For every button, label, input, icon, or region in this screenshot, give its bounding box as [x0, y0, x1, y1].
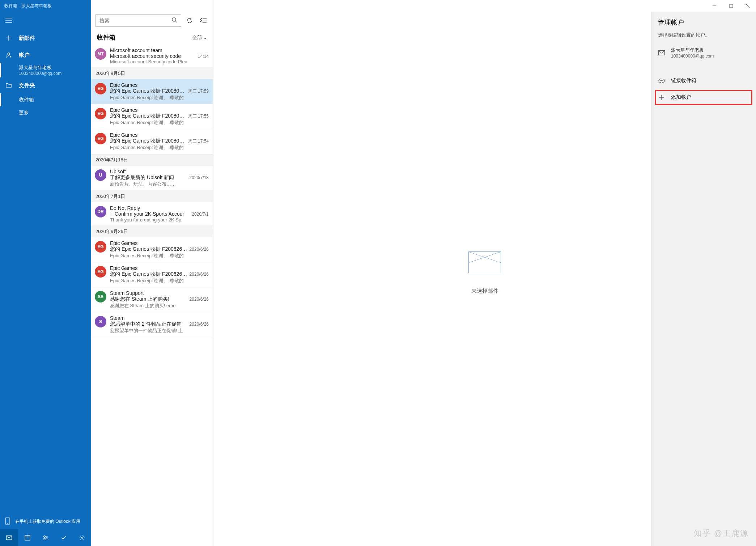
search-box[interactable]: [95, 14, 181, 27]
person-icon: [5, 52, 12, 58]
svg-point-15: [81, 537, 83, 538]
filter-dropdown[interactable]: 全部 ⌄: [192, 34, 207, 41]
folder-icon: [5, 83, 12, 88]
email-sender: Epic Games: [110, 240, 137, 246]
email-time: 2020/6/26: [190, 297, 209, 302]
envelope-icon: [468, 251, 501, 273]
email-time: 14:14: [198, 54, 209, 59]
avatar: S: [95, 316, 106, 327]
avatar: EG: [95, 133, 106, 144]
email-subject: 〉Confirm your 2K Sports Accour: [110, 211, 184, 217]
svg-point-5: [8, 53, 10, 55]
email-preview: Epic Games Receipt 谢谢。 尊敬的: [110, 278, 209, 284]
todo-tab[interactable]: [55, 529, 73, 546]
email-item[interactable]: EGEpic Games您的 Epic Games 收据 F20080509周三…: [91, 129, 213, 154]
email-preview: Microsoft account Security code Plea: [110, 59, 209, 64]
svg-rect-9: [25, 536, 30, 540]
email-subject: 您的 Epic Games 收据 F20080509: [110, 88, 186, 94]
plus-icon: [658, 94, 665, 100]
email-subject: 您愿望单中的 2 件物品正在促销!: [110, 321, 183, 327]
svg-point-16: [172, 18, 176, 21]
outlook-mobile-promo[interactable]: 在手机上获取免费的 Outlook 应用: [0, 514, 91, 529]
promo-text: 在手机上获取免费的 Outlook 应用: [15, 519, 80, 525]
date-separator: 2020年7月18日: [91, 154, 213, 166]
phone-icon: [5, 517, 10, 526]
no-selection-text: 未选择邮件: [471, 288, 498, 295]
email-item[interactable]: UUbisoft了解更多最新的 Ubisoft 新闻2020/7/18新预告片、…: [91, 166, 213, 191]
panel-account-email: 1003400000@qq.com: [671, 54, 714, 59]
email-preview: Epic Games Receipt 谢谢。 尊敬的: [110, 94, 209, 101]
email-preview: Epic Games Receipt 谢谢。 尊敬的: [110, 253, 209, 259]
close-button[interactable]: [739, 0, 756, 12]
email-sender: Ubisoft: [110, 169, 126, 174]
email-item[interactable]: EGEpic Games您的 Epic Games 收据 F2006261320…: [91, 237, 213, 262]
people-tab[interactable]: [37, 529, 55, 546]
svg-rect-6: [5, 518, 10, 524]
manage-accounts-panel: 管理帐户 选择要编辑设置的帐户。 派大星与年老板 1003400000@qq.c…: [651, 12, 756, 546]
folders-label: 文件夹: [19, 82, 35, 89]
email-item[interactable]: SSteam您愿望单中的 2 件物品正在促销!2020/6/26您愿望单中的一件…: [91, 312, 213, 337]
window-title: 收件箱 - 派大星与年老板: [0, 0, 91, 12]
chevron-down-icon: ⌄: [203, 35, 207, 40]
link-inbox-button[interactable]: 链接收件箱: [651, 72, 756, 89]
svg-point-14: [46, 536, 47, 538]
avatar: SS: [95, 291, 106, 302]
folder-inbox[interactable]: 收件箱: [0, 93, 91, 106]
email-item[interactable]: DRDo Not Reply〉Confirm your 2K Sports Ac…: [91, 202, 213, 226]
search-icon[interactable]: [171, 17, 177, 24]
account-entry[interactable]: 派大星与年老板 1003400000@qq.com: [651, 43, 756, 62]
account-name: 派大星与年老板: [19, 64, 91, 71]
avatar: EG: [95, 266, 106, 278]
email-item[interactable]: MTMicrosoft account teamMicrosoft accoun…: [91, 45, 213, 68]
email-subject: 了解更多最新的 Ubisoft 新闻: [110, 174, 174, 181]
new-mail-button[interactable]: 新邮件: [0, 29, 91, 47]
email-sender: Epic Games: [110, 82, 137, 88]
email-subject: 您的 Epic Games 收据 F20062613: [110, 246, 187, 253]
avatar: MT: [95, 48, 106, 60]
date-separator: 2020年6月26日: [91, 226, 213, 237]
link-inbox-label: 链接收件箱: [671, 77, 696, 84]
minimize-button[interactable]: [706, 0, 723, 12]
email-time: 2020/6/26: [190, 322, 209, 327]
avatar: EG: [95, 108, 106, 119]
email-preview: Epic Games Receipt 谢谢。 尊敬的: [110, 144, 209, 151]
email-subject: 您的 Epic Games 收据 F20080509: [110, 113, 186, 119]
maximize-button[interactable]: [723, 0, 739, 12]
settings-tab[interactable]: [73, 529, 91, 546]
email-time: 2020/6/26: [190, 272, 209, 277]
folders-section[interactable]: 文件夹: [0, 77, 91, 93]
email-sender: Do Not Reply: [110, 205, 140, 211]
calendar-tab[interactable]: [18, 529, 36, 546]
email-preview: 您愿望单中的一件物品正在促销! 上: [110, 327, 209, 334]
email-list[interactable]: MTMicrosoft account teamMicrosoft accoun…: [91, 45, 213, 546]
email-time: 周三 17:55: [188, 113, 209, 119]
sidebar: 收件箱 - 派大星与年老板 新邮件 帐户 派大星与年老板 1003400000@…: [0, 0, 91, 546]
refresh-button[interactable]: [184, 15, 195, 26]
email-time: 2020/6/26: [190, 247, 209, 252]
account-item[interactable]: 派大星与年老板 1003400000@qq.com: [0, 63, 91, 77]
search-input[interactable]: [99, 18, 171, 24]
mail-tab[interactable]: [0, 529, 18, 546]
email-subject: 您的 Epic Games 收据 F20080509: [110, 138, 186, 144]
email-time: 周三 17:59: [188, 88, 209, 94]
svg-rect-19: [730, 4, 733, 8]
email-item[interactable]: EGEpic Games您的 Epic Games 收据 F20080509周三…: [91, 104, 213, 129]
email-item[interactable]: EGEpic Games您的 Epic Games 收据 F20080509周三…: [91, 79, 213, 104]
select-mode-button[interactable]: [198, 15, 209, 26]
email-preview: Thank you for creating your 2K Sp: [110, 217, 209, 223]
add-account-button[interactable]: 添加帐户: [654, 89, 753, 106]
avatar: EG: [95, 83, 106, 94]
email-sender: Steam: [110, 315, 124, 321]
hamburger-icon[interactable]: [0, 12, 17, 29]
email-subject: 感谢您在 Steam 上的购买!: [110, 296, 169, 302]
email-sender: Microsoft account team: [110, 47, 162, 53]
email-item[interactable]: SSSteam Support感谢您在 Steam 上的购买!2020/6/26…: [91, 287, 213, 312]
folder-more[interactable]: 更多: [0, 106, 91, 119]
account-section[interactable]: 帐户: [0, 47, 91, 63]
add-account-label: 添加帐户: [671, 94, 691, 101]
email-item[interactable]: EGEpic Games您的 Epic Games 收据 F2006261320…: [91, 262, 213, 287]
message-list-column: 收件箱 全部 ⌄ MTMicrosoft account teamMicroso…: [91, 0, 213, 546]
window-controls: [706, 0, 756, 12]
email-time: 2020/7/18: [190, 175, 209, 180]
email-preview: 感谢您在 Steam 上的购买! emo_: [110, 302, 209, 309]
